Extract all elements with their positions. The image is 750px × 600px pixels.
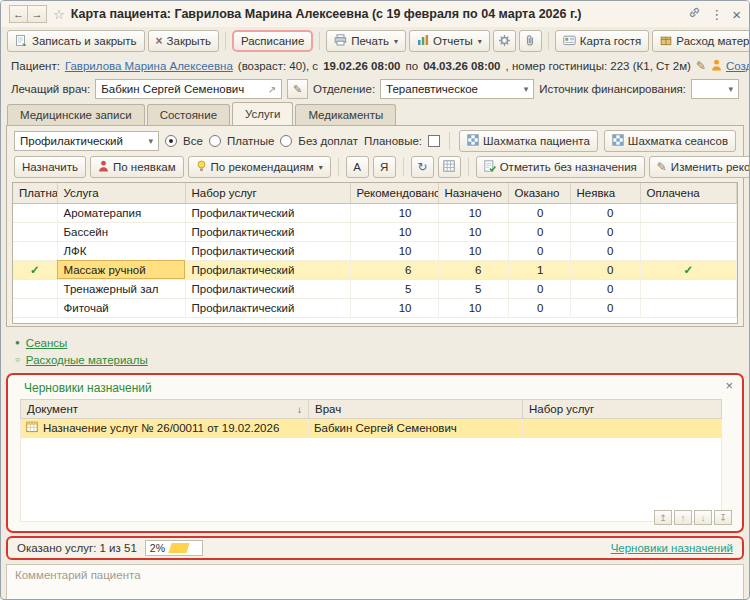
department-field[interactable]: Терапевтическое ▾ bbox=[380, 79, 534, 99]
edit-stay-pencil-icon[interactable]: ✎ bbox=[696, 59, 706, 73]
funding-field[interactable]: ▾ bbox=[691, 79, 739, 99]
schedule-button[interactable]: Расписание bbox=[232, 30, 313, 52]
materials-group-link[interactable]: Расходные материалы bbox=[26, 354, 148, 366]
grid-view-button[interactable] bbox=[438, 156, 461, 178]
forward-button[interactable]: → bbox=[28, 5, 47, 23]
go-prev-icon: ↑ bbox=[681, 513, 686, 523]
open-value-icon[interactable]: ↗ bbox=[268, 84, 276, 95]
col-noshow[interactable]: Неявка bbox=[570, 183, 640, 203]
separator bbox=[548, 32, 549, 50]
drafts-row-selected[interactable]: Назначение услуг № 26/00011 от 19.02.202… bbox=[21, 419, 722, 438]
drafts-close-icon[interactable]: × bbox=[725, 379, 733, 392]
close-button[interactable]: × Закрыть bbox=[148, 30, 219, 52]
drafts-panel-title: Черновики назначений bbox=[8, 375, 742, 399]
chessboard-icon bbox=[467, 134, 479, 148]
table-row[interactable]: Ароматерапия Профилактический 10 10 0 0 bbox=[13, 203, 737, 222]
patient-name-link[interactable]: Гаврилова Марина Алексеевна bbox=[65, 60, 233, 72]
go-prev-button[interactable]: ↑ bbox=[674, 510, 692, 525]
close-window-icon[interactable]: × bbox=[732, 7, 741, 22]
settings-button[interactable] bbox=[493, 30, 516, 52]
drafts-record-nav: ↥ ↑ ↓ ↧ bbox=[654, 510, 732, 525]
tab-services[interactable]: Услуги bbox=[232, 102, 293, 126]
services-header-row: Платная Услуга Набор услуг Рекомендовано… bbox=[13, 183, 737, 203]
print-button[interactable]: Печать ▾ bbox=[326, 30, 406, 52]
chevron-down-icon[interactable]: ▾ bbox=[145, 136, 154, 146]
chevron-down-icon[interactable]: ▾ bbox=[520, 84, 529, 94]
drafts-empty-area bbox=[20, 438, 722, 522]
attachments-button[interactable] bbox=[519, 30, 542, 52]
go-last-button[interactable]: ↧ bbox=[714, 510, 732, 525]
mark-without-assignment-button[interactable]: Отметить без назначения bbox=[476, 156, 645, 178]
by-recommendations-button[interactable]: По рекомендациям ▾ bbox=[188, 156, 331, 178]
reports-icon bbox=[417, 34, 429, 48]
by-noshow-button[interactable]: По неявкам bbox=[90, 156, 184, 178]
status-bar: Оказано услуг: 1 из 51 2% Черновики назн… bbox=[6, 536, 744, 560]
col-service-set[interactable]: Набор услуг bbox=[523, 400, 722, 419]
doctor-field[interactable]: Бабкин Сергей Семенович ↗ bbox=[95, 79, 282, 99]
tab-medical-records[interactable]: Медицинские записи bbox=[7, 104, 145, 125]
refresh-button[interactable]: ↻ bbox=[411, 156, 434, 178]
reports-button[interactable]: Отчеты ▾ bbox=[409, 30, 490, 52]
radio-no-surcharge[interactable] bbox=[280, 135, 292, 147]
separator bbox=[403, 158, 404, 176]
department-label: Отделение: bbox=[313, 83, 375, 95]
table-row[interactable]: Тренажерный зал Профилактический 5 5 0 0 bbox=[13, 279, 737, 298]
planned-label: Плановые: bbox=[364, 135, 422, 147]
doctor-row: Лечащий врач: Бабкин Сергей Семенович ↗ … bbox=[1, 77, 749, 101]
provided-services-status: Оказано услуг: 1 из 51 bbox=[17, 542, 137, 554]
drafts-toggle-link[interactable]: Черновики назначений bbox=[611, 542, 733, 554]
col-assigned[interactable]: Назначено bbox=[438, 183, 508, 203]
funding-label: Источник финансирования: bbox=[539, 83, 686, 95]
go-first-button[interactable]: ↥ bbox=[654, 510, 672, 525]
col-recommended[interactable]: Рекомендовано bbox=[350, 183, 438, 203]
tab-state[interactable]: Состояние bbox=[147, 104, 230, 125]
separator bbox=[225, 32, 226, 50]
back-button[interactable]: ← bbox=[9, 5, 28, 23]
get-link-icon[interactable] bbox=[688, 5, 701, 23]
col-doctor[interactable]: Врач bbox=[309, 400, 523, 419]
planned-checkbox[interactable] bbox=[428, 135, 440, 147]
table-row[interactable]: Фиточай Профилактический 10 10 0 0 bbox=[13, 298, 737, 317]
sort-a-button[interactable]: А bbox=[346, 156, 369, 178]
table-row[interactable]: ЛФК Профилактический 10 10 0 0 bbox=[13, 241, 737, 260]
col-service[interactable]: Услуга bbox=[57, 183, 185, 203]
pencil-icon: ✎ bbox=[293, 83, 302, 96]
patient-chessboard-button[interactable]: Шахматка пациента bbox=[459, 130, 598, 152]
tab-bar: Медицинские записи Состояние Услуги Меди… bbox=[1, 101, 749, 125]
guest-card-button[interactable]: Карта гостя bbox=[555, 30, 650, 52]
separator bbox=[468, 158, 469, 176]
sessions-chessboard-button[interactable]: Шахматка сеансов bbox=[604, 130, 736, 152]
col-document[interactable]: Документ↓ bbox=[21, 400, 309, 419]
print-icon bbox=[334, 34, 347, 48]
table-row-selected[interactable]: ✓ Массаж ручной Профилактический 6 6 1 0… bbox=[13, 260, 737, 279]
materials-button[interactable]: Расход материалов ▾ bbox=[652, 30, 750, 52]
close-icon: × bbox=[156, 34, 163, 48]
table-row[interactable]: Бассейн Профилактический 10 10 0 0 bbox=[13, 222, 737, 241]
col-set[interactable]: Набор услуг bbox=[185, 183, 350, 203]
tab-medicines[interactable]: Медикаменты bbox=[295, 104, 396, 125]
radio-all[interactable] bbox=[165, 135, 177, 147]
drafts-panel: Черновики назначений × Документ↓ Врач На… bbox=[6, 373, 744, 533]
sort-ya-button[interactable]: Я bbox=[373, 156, 396, 178]
radio-all-label: Все bbox=[183, 135, 203, 147]
save-and-close-button[interactable]: Записать и закрыть bbox=[7, 30, 145, 52]
refresh-icon: ↻ bbox=[417, 160, 427, 174]
col-paid-done[interactable]: Оплачена bbox=[640, 183, 737, 203]
favorite-star-icon[interactable]: ☆ bbox=[53, 7, 65, 22]
col-provided[interactable]: Оказано bbox=[508, 183, 570, 203]
more-menu-icon[interactable]: ⋮ bbox=[710, 7, 723, 22]
progress-indicator: 2% bbox=[145, 540, 203, 556]
create-chat-link[interactable]: Создать чат bbox=[726, 60, 750, 72]
go-next-button[interactable]: ↓ bbox=[694, 510, 712, 525]
service-set-select[interactable]: Профилактический ▾ bbox=[14, 131, 159, 151]
patient-comment-input[interactable]: Комментарий пациента bbox=[6, 564, 744, 600]
chevron-down-icon[interactable]: ▾ bbox=[724, 84, 733, 94]
sort-desc-icon: ↓ bbox=[297, 404, 302, 415]
go-next-icon: ↓ bbox=[701, 513, 706, 523]
col-paid[interactable]: Платная bbox=[13, 183, 57, 203]
assign-button[interactable]: Назначить bbox=[14, 156, 86, 178]
sessions-group-link[interactable]: Сеансы bbox=[26, 337, 67, 349]
edit-doctor-button[interactable]: ✎ bbox=[287, 79, 308, 99]
radio-paid[interactable] bbox=[209, 135, 221, 147]
change-recommendations-button[interactable]: ✎ Изменить рекомендации bbox=[649, 156, 750, 178]
